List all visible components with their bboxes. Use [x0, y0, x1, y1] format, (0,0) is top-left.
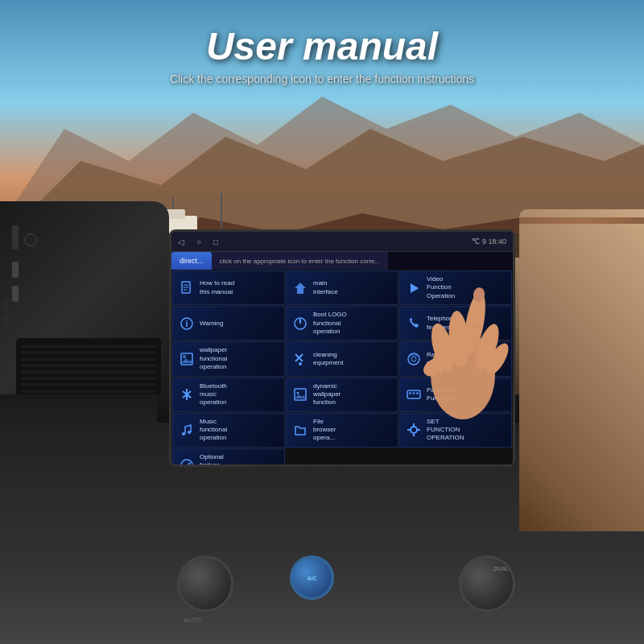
svg-point-24: [299, 362, 302, 365]
func-label-boot-logo: Boot LOGO functional operation: [313, 311, 347, 336]
func-icon-music: [178, 421, 196, 439]
func-label-set-function: SET FUNCTION OPERATION: [427, 418, 464, 443]
background: 22.5 PASS — TEMP — A/C DUAL AUTO User ma…: [0, 0, 644, 644]
func-label-radio: Radio operation: [427, 351, 453, 368]
func-icon-panel-key: [405, 386, 423, 403]
func-cell-video-function[interactable]: Video Function Operation: [399, 270, 512, 305]
func-cell-panel-key[interactable]: Panel Key Functions: [399, 378, 512, 412]
func-icon-radio: [405, 350, 423, 368]
func-cell-main-interface[interactable]: main interface: [286, 270, 398, 305]
home-icon[interactable]: ○: [196, 237, 201, 246]
subtitle: Click the corresponding icon to enter th…: [0, 72, 644, 85]
func-cell-file-browser[interactable]: File browser opera...: [286, 413, 398, 448]
func-cell-bluetooth[interactable]: Bluetooth music operation: [172, 378, 285, 412]
func-label-video-function: Video Function Operation: [427, 275, 455, 300]
func-icon-read-manual: [178, 279, 196, 297]
func-icon-video-function: [405, 279, 423, 297]
func-cell-set-function[interactable]: SET FUNCTION OPERATION: [399, 413, 512, 448]
func-label-wallpaper-function: wallpaper functional operation: [200, 346, 227, 371]
func-label-main-interface: main interface: [313, 279, 338, 296]
func-label-telephony: Telephony features: [427, 315, 456, 332]
svg-marker-34: [295, 394, 306, 398]
func-cell-radio[interactable]: Radio operation: [399, 341, 512, 376]
main-title: User manual: [0, 24, 644, 68]
func-label-bluetooth: Bluetooth music operation: [200, 382, 227, 407]
func-label-panel-key: Panel Key Functions: [427, 386, 456, 403]
svg-point-41: [411, 427, 417, 433]
func-icon-main-interface: [291, 279, 309, 297]
func-cell-music[interactable]: Music functional operation: [172, 413, 285, 448]
func-label-dynamic-wallpaper: dynamic wallpaper function: [313, 382, 341, 407]
svg-point-33: [297, 392, 299, 394]
screen-content: How to read this manualmain interfaceVid…: [171, 270, 513, 464]
func-cell-dynamic-wallpaper[interactable]: dynamic wallpaper function: [286, 378, 398, 412]
func-cell-boot-logo[interactable]: Boot LOGO functional operation: [286, 306, 398, 341]
func-cell-telephony[interactable]: Telephony features: [399, 306, 512, 341]
func-label-warning: Warning: [200, 320, 224, 328]
svg-rect-38: [416, 392, 419, 394]
func-icon-warning: i: [178, 315, 196, 332]
svg-point-26: [411, 357, 416, 361]
car-interior-right: [519, 209, 644, 531]
svg-text:i: i: [185, 319, 188, 328]
title-section: User manual Click the corresponding icon…: [0, 24, 644, 85]
svg-point-22: [183, 355, 186, 358]
svg-point-46: [181, 460, 192, 467]
svg-marker-23: [181, 358, 192, 363]
svg-rect-36: [409, 392, 411, 394]
screen-nav-bar: direct... click on the appropriate icon …: [171, 252, 513, 270]
functions-grid: How to read this manualmain interfaceVid…: [171, 270, 513, 467]
nav-tab-passive[interactable]: click on the appropriate icon to enter t…: [212, 252, 389, 270]
func-icon-bluetooth: [178, 386, 196, 403]
func-icon-file-browser: [291, 421, 309, 439]
svg-rect-37: [413, 392, 415, 394]
func-cell-wallpaper-function[interactable]: wallpaper functional operation: [172, 341, 285, 376]
func-icon-wallpaper-function: [178, 350, 196, 368]
func-cell-optional-feature[interactable]: Optional feature operation: [172, 448, 285, 467]
back-icon[interactable]: ◁: [178, 237, 184, 246]
car-screen[interactable]: ◁ ○ □ ℃ 9 18:40 direct... click on the a…: [169, 229, 515, 467]
func-icon-set-function: [405, 421, 423, 439]
func-label-optional-feature: Optional feature operation: [200, 453, 226, 467]
menu-icon[interactable]: □: [213, 237, 218, 246]
screen-header: ◁ ○ □ ℃ 9 18:40: [171, 232, 513, 252]
svg-marker-15: [295, 283, 306, 294]
svg-marker-16: [411, 283, 419, 293]
func-icon-boot-logo: [291, 315, 309, 332]
func-icon-optional-feature: [178, 456, 196, 467]
func-cell-read-manual[interactable]: How to read this manual: [172, 270, 285, 305]
func-label-music: Music functional operation: [200, 418, 227, 443]
status-bar: ℃ 9 18:40: [472, 237, 506, 246]
func-icon-dynamic-wallpaper: [291, 386, 309, 403]
func-cell-warning[interactable]: iWarning: [172, 306, 285, 341]
func-cell-cleaning[interactable]: cleaning equipment: [286, 341, 398, 376]
func-icon-telephony: [405, 315, 423, 332]
func-label-file-browser: File browser opera...: [313, 418, 336, 443]
func-icon-cleaning: [291, 350, 309, 368]
svg-point-40: [188, 431, 191, 434]
func-label-read-manual: How to read this manual: [200, 279, 234, 296]
nav-tab-active[interactable]: direct...: [171, 252, 212, 270]
svg-point-39: [182, 432, 185, 436]
func-label-cleaning: cleaning equipment: [313, 351, 343, 368]
